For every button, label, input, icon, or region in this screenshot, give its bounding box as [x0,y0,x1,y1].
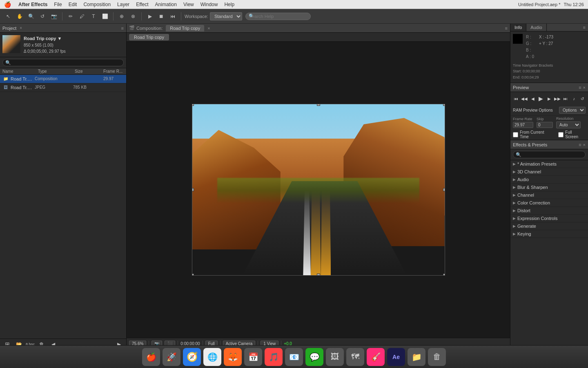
pen-tool[interactable]: ✏ [66,11,76,21]
project-search-input[interactable] [2,59,124,66]
effects-panel-menu[interactable]: ≡ [579,142,581,147]
effects-search-area[interactable] [510,149,588,160]
menu-file[interactable]: File [51,1,65,8]
dock-mail[interactable]: 📧 [285,348,303,366]
menu-help[interactable]: Help [221,1,238,8]
menu-view[interactable]: View [180,1,197,8]
prev-back-btn[interactable]: ◀ [529,94,536,103]
effect-item-expression[interactable]: ▶ Expression Controls [510,215,588,222]
corner-handle-tr[interactable] [443,104,445,106]
comp-tab-close[interactable]: × [207,26,210,31]
zoom-tool[interactable]: 🔍 [26,11,36,21]
workspace-select[interactable]: Standard [210,12,242,20]
dock-photos[interactable]: 🖼 [326,348,344,366]
play-preview[interactable]: ▶ [145,11,155,21]
menu-effect[interactable]: Effect [133,1,151,8]
effect-item-blur[interactable]: ▶ Blur & Sharpen [510,184,588,191]
effect-item-channel[interactable]: ▶ Channel [510,191,588,199]
prev-fwd-frame-btn[interactable]: ▶▶ [554,94,561,103]
composition-viewer[interactable] [127,42,510,338]
stop-preview[interactable]: ⏹ [156,11,166,21]
corner-handle-ml[interactable] [192,188,194,191]
effects-panel-close[interactable]: × [583,142,586,147]
dock-launchpad[interactable]: 🚀 [163,348,180,366]
puppet-tool[interactable]: ⊕ [117,11,127,21]
separator-4 [181,12,181,20]
prev-last-frame-btn[interactable]: ⏭ [562,94,569,103]
brush-tool[interactable]: 🖊 [77,11,87,21]
corner-handle-bl[interactable] [192,274,194,276]
effect-item-3d[interactable]: ▶ 3D Channel [510,168,588,176]
dock-itunes[interactable]: 🎸 [367,348,385,366]
prev-loop-btn[interactable]: ↺ [579,94,586,103]
desert-scrub [217,178,419,204]
prev-frame[interactable]: ⏮ [168,11,178,21]
menu-layer[interactable]: Layer [114,1,133,8]
preview-panel-menu[interactable]: ≡ [579,85,581,90]
corner-handle-mr[interactable] [443,188,445,191]
dock-chrome[interactable]: 🌐 [203,348,221,366]
effect-item-generate[interactable]: ▶ Generate [510,222,588,230]
effect-label-generate: Generate [517,224,536,229]
text-tool[interactable]: T [89,11,98,21]
camera-tool[interactable]: 📷 [49,11,59,21]
prev-audio-btn[interactable]: ♪ [571,94,577,103]
project-item-jpg[interactable]: 🖼 Road Tr...y.jpg JPEG 785 KB [0,83,126,92]
menu-window[interactable]: Window [197,1,221,8]
corner-handle-br[interactable] [443,274,445,276]
search-help-input[interactable] [245,13,311,20]
effect-item-audio[interactable]: ▶ Audio [510,176,588,184]
effect-item-color[interactable]: ▶ Color Correction [510,199,588,207]
dock-firefox[interactable]: 🦊 [224,348,242,366]
dock-finder-2[interactable]: 📁 [408,348,425,366]
corner-handle-tl[interactable] [192,104,194,106]
skip-input[interactable] [537,122,553,128]
rotate-tool[interactable]: ↺ [38,11,47,21]
clone-tool[interactable]: ⊗ [128,11,138,21]
corner-handle-bm[interactable] [317,274,320,276]
project-item-comp[interactable]: 📁 Road Tr...opy Composition 29.97 [0,75,126,83]
prev-back-frame-btn[interactable]: ◀◀ [521,94,528,103]
menu-animation[interactable]: Animation [152,1,180,8]
effect-item-keying[interactable]: ▶ Keying [510,230,588,238]
comp-panel-menu[interactable]: ≡ [505,26,508,31]
frame-rate-input[interactable] [513,122,533,128]
info-tab[interactable]: Info [510,24,526,31]
dock-calendar[interactable]: 📅 [244,348,262,366]
project-search-area[interactable] [0,57,126,68]
menu-composition[interactable]: Composition [80,1,114,8]
resolution-select[interactable]: Auto Full Half [556,121,581,128]
comp-tab[interactable]: Road Trip copy [166,25,204,31]
full-screen-checkbox[interactable] [558,132,564,137]
effect-item-distort[interactable]: ▶ Distort [510,207,588,215]
menu-edit[interactable]: Edit [65,1,80,8]
dock-ae[interactable]: Ae [387,348,405,366]
project-table-header: Name Type Size Frame R... [0,68,126,75]
file-icon: 🖼 [2,84,9,91]
dock-messages[interactable]: 💬 [305,348,323,366]
corner-handle-tm[interactable] [317,104,320,106]
prev-first-frame-btn[interactable]: ⏮ [513,94,519,103]
frame-rate-label: Frame Rate [513,117,533,121]
prev-play-btn[interactable]: ▶ [538,94,544,103]
from-current-time-checkbox[interactable] [513,132,518,137]
apple-menu[interactable]: 🍎 [0,1,15,8]
dock-music[interactable]: 🎵 [265,348,283,366]
hand-tool[interactable]: ✋ [15,11,24,21]
shape-tool[interactable]: ⬜ [100,11,110,21]
preview-panel-close[interactable]: × [583,85,586,90]
info-content: R : G : B : A : 0 X : -173 + Y : 27 Time… [510,31,588,83]
prev-fwd-btn[interactable]: ▶ [546,94,552,103]
info-panel-menu[interactable]: ≡ [581,24,588,31]
effect-item-anim-presets[interactable]: ▶ * Animation Presets [510,160,588,168]
dock-trash[interactable]: 🗑 [428,348,446,366]
comp-inner-tab[interactable]: Road Trip copy [129,34,169,40]
effects-search-input[interactable] [513,151,586,158]
select-tool[interactable]: ↖ [3,11,13,21]
audio-tab[interactable]: Audio [526,24,546,31]
ram-preview-dropdown[interactable]: Options [559,107,586,114]
dock-maps[interactable]: 🗺 [346,348,364,366]
dock-finder[interactable]: 🍎 [142,348,160,366]
panel-menu-icon[interactable]: ≡ [121,26,124,31]
dock-safari[interactable]: 🧭 [183,348,201,366]
